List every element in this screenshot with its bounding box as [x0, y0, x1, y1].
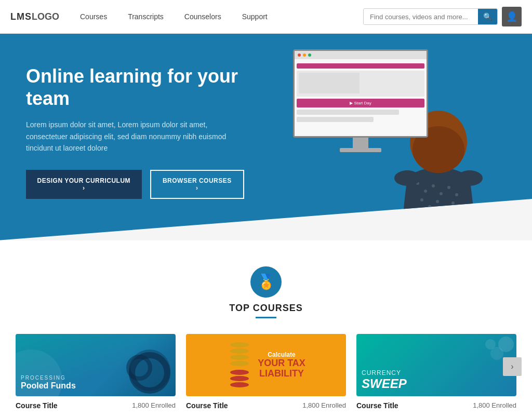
monitor-row — [297, 117, 374, 122]
course-card-tax-liability[interactable]: Calculate YOUR TAX LIABILITY Course Titl… — [186, 334, 346, 410]
svg-point-3 — [432, 184, 435, 187]
monitor-dot-yellow — [303, 53, 306, 57]
course-thumbnail-pooled-funds: PROCESSING Pooled Funds — [16, 334, 176, 396]
nav-item-transcripts[interactable]: Transcripts — [128, 12, 164, 21]
svg-point-0 — [392, 225, 485, 240]
coin-stack — [230, 342, 249, 366]
coin-red-2 — [230, 376, 249, 381]
thumb-title: Pooled Funds — [21, 381, 76, 391]
course-enrolled: 1,800 Enrolled — [302, 401, 346, 409]
top-courses-icon: 🏅 — [250, 266, 282, 298]
monitor-dot-green — [308, 53, 311, 57]
user-icon: 👤 — [506, 11, 517, 22]
hero-buttons: DESIGN YOUR CURRICULUM › BROWSER COURSES… — [26, 170, 244, 199]
search-button[interactable]: 🔍 — [478, 9, 497, 24]
search-box: 🔍 — [363, 8, 498, 25]
svg-point-5 — [447, 186, 450, 189]
coin-red-3 — [230, 382, 249, 387]
svg-point-16 — [457, 170, 483, 186]
course-card-currency-sweep[interactable]: CURRENCY SWEEP Course Title 1,800 Enroll… — [356, 334, 516, 410]
courses-grid: PROCESSING Pooled Funds Course Title 1,8… — [16, 334, 516, 410]
monitor-base — [340, 148, 381, 152]
course-thumbnail-tax-liability: Calculate YOUR TAX LIABILITY — [186, 334, 346, 396]
search-input[interactable] — [364, 9, 478, 24]
coin-stack-red — [230, 370, 249, 387]
hero-section: Online learning for your team Lorem ipsu… — [0, 34, 532, 240]
svg-point-6 — [455, 193, 458, 196]
hero-content: Online learning for your team Lorem ipsu… — [0, 34, 270, 240]
monitor-box — [297, 71, 424, 97]
monitor-row — [297, 63, 424, 69]
thumb-tax-left — [227, 342, 252, 387]
design-curriculum-button[interactable]: DESIGN YOUR CURRICULUM › — [26, 170, 142, 199]
monitor-highlight-bar: ▶ Start Day — [297, 99, 424, 107]
section-icon-wrap: 🏅 — [16, 266, 516, 298]
logo[interactable]: LMS LOGO — [10, 11, 59, 22]
course-meta: Course Title 1,800 Enrolled — [356, 401, 516, 410]
nav-item-support[interactable]: Support — [242, 12, 268, 21]
course-enrolled: 1,800 Enrolled — [132, 401, 176, 409]
main-nav: Courses Transcripts Counselors Support — [80, 12, 363, 21]
thumb-subtitle: PROCESSING — [21, 375, 76, 381]
coin-gold-4 — [230, 361, 249, 366]
svg-point-15 — [394, 170, 420, 186]
svg-point-8 — [428, 205, 431, 208]
coin-red-1 — [230, 370, 249, 375]
logo-lms-text: LMS — [10, 11, 32, 22]
nav-item-courses[interactable]: Courses — [80, 12, 107, 21]
monitor-stand — [353, 138, 368, 148]
thumb-calc-label: Calculate — [258, 351, 305, 358]
svg-point-10 — [444, 207, 447, 210]
section-divider — [256, 317, 276, 318]
header-right: 🔍 👤 — [363, 7, 522, 26]
medal-icon: 🏅 — [257, 273, 275, 290]
logo-logo-text: LOGO — [32, 11, 59, 22]
thumb-currency-text: CURRENCY SWEEP — [362, 369, 407, 391]
course-enrolled: 1,800 Enrolled — [473, 401, 516, 409]
thumb-tax-line1: YOUR TAX — [258, 358, 305, 369]
course-thumbnail-currency-sweep: CURRENCY SWEEP — [356, 334, 516, 396]
thumb-currency-label: CURRENCY — [362, 369, 407, 376]
section-title: TOP COURSES — [16, 303, 516, 314]
hero-title: Online learning for your team — [26, 65, 244, 110]
hero-description: Lorem ipsum dolor sit amet, Lorem ipsum … — [26, 119, 244, 154]
monitor-content: ▶ Start Day — [295, 59, 427, 138]
course-title: Course Title — [356, 401, 398, 410]
svg-point-11 — [451, 201, 455, 205]
header: LMS LOGO Courses Transcripts Counselors … — [0, 0, 532, 34]
course-card-pooled-funds[interactable]: PROCESSING Pooled Funds Course Title 1,8… — [16, 334, 176, 410]
monitor-screen: ▶ Start Day — [293, 49, 428, 138]
thumb-tax-right: Calculate YOUR TAX LIABILITY — [258, 351, 305, 379]
svg-point-4 — [440, 192, 443, 195]
course-title: Course Title — [186, 401, 228, 410]
course-meta: Course Title 1,800 Enrolled — [16, 401, 176, 410]
coin-gold-3 — [230, 355, 249, 360]
top-courses-section: 🏅 TOP COURSES PROCESSING Pooled Funds Co… — [0, 240, 532, 417]
search-icon: 🔍 — [483, 12, 492, 21]
thumb-pooled-text: PROCESSING Pooled Funds — [21, 375, 76, 391]
chevron-right-icon: › — [511, 362, 513, 371]
thumb-sweep-label: SWEEP — [362, 376, 407, 391]
coin-gold-1 — [230, 342, 249, 347]
coin-gold-2 — [230, 348, 249, 354]
nav-item-counselors[interactable]: Counselors — [184, 12, 221, 21]
monitor-row — [297, 110, 399, 115]
hero-monitor: ▶ Start Day — [293, 49, 428, 152]
courses-next-arrow[interactable]: › — [503, 357, 522, 376]
user-account-button[interactable]: 👤 — [502, 7, 522, 26]
monitor-dot-red — [298, 53, 301, 57]
svg-point-9 — [436, 200, 439, 203]
course-title: Course Title — [16, 401, 58, 410]
monitor-toolbar — [295, 51, 427, 59]
browse-courses-button[interactable]: BROWSER COURSES › — [150, 170, 244, 199]
thumb-tax-line2: LIABILITY — [258, 369, 305, 379]
gear-circle-small — [126, 355, 152, 381]
svg-point-7 — [420, 198, 423, 201]
svg-point-2 — [424, 190, 427, 193]
course-meta: Course Title 1,800 Enrolled — [186, 401, 346, 410]
